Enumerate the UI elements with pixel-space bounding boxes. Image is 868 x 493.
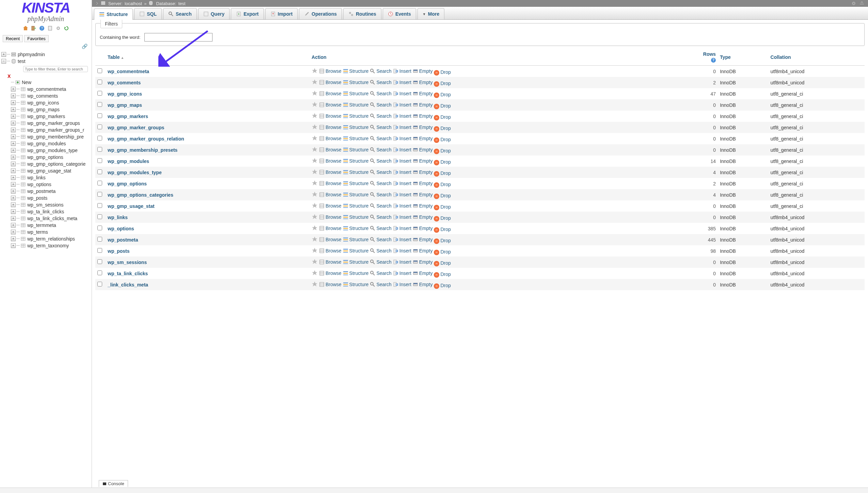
insert-action[interactable]: Insert (393, 203, 411, 209)
collapse-panel-icon[interactable] (859, 1, 865, 6)
tree-table-label[interactable]: wp_commentmeta (27, 86, 66, 92)
star-icon[interactable] (312, 81, 318, 86)
row-checkbox[interactable] (97, 136, 102, 141)
empty-action[interactable]: Empty (413, 237, 433, 242)
insert-action[interactable]: Insert (393, 113, 411, 119)
browse-action[interactable]: Browse (319, 214, 342, 220)
drop-action[interactable]: −Drop (434, 215, 451, 221)
expand-toggle[interactable]: + (11, 236, 16, 241)
expand-toggle[interactable]: + (11, 100, 16, 105)
drop-action[interactable]: −Drop (434, 103, 451, 109)
tree-table-label[interactable]: wp_gmp_membership_pre (27, 134, 84, 139)
star-icon[interactable] (312, 126, 318, 131)
drop-action[interactable]: −Drop (434, 238, 451, 243)
search-action[interactable]: Search (370, 259, 391, 265)
search-action[interactable]: Search (370, 102, 391, 108)
insert-action[interactable]: Insert (393, 102, 411, 108)
tree-root-label[interactable]: phpmyadmin (18, 52, 45, 57)
row-checkbox[interactable] (97, 80, 102, 84)
tree-table-label[interactable]: wp_posts (27, 195, 47, 201)
drop-action[interactable]: −Drop (434, 182, 451, 187)
table-name-link[interactable]: wp_gmp_marker_groups (108, 125, 164, 130)
drop-action[interactable]: −Drop (434, 126, 451, 131)
row-checkbox[interactable] (97, 282, 102, 286)
structure-action[interactable]: Structure (343, 270, 369, 276)
home-icon[interactable] (22, 26, 29, 32)
drop-action[interactable]: −Drop (434, 159, 451, 165)
structure-action[interactable]: Structure (343, 113, 369, 119)
row-checkbox[interactable] (97, 91, 102, 96)
expand-toggle[interactable]: + (11, 114, 16, 119)
expand-toggle[interactable]: + (11, 128, 16, 132)
search-action[interactable]: Search (370, 237, 391, 242)
tree-table-label[interactable]: wp_options (27, 182, 51, 187)
browse-action[interactable]: Browse (319, 181, 342, 186)
row-checkbox[interactable] (97, 248, 102, 253)
expand-toggle[interactable]: + (11, 141, 16, 146)
insert-action[interactable]: Insert (393, 248, 411, 253)
empty-action[interactable]: Empty (413, 169, 433, 175)
expand-toggle[interactable]: + (11, 107, 16, 112)
tab-import[interactable]: Import (265, 8, 298, 19)
insert-action[interactable]: Insert (393, 169, 411, 175)
browse-action[interactable]: Browse (319, 237, 342, 242)
row-checkbox[interactable] (97, 102, 102, 107)
table-name-link[interactable]: wp_gmp_options_categories (108, 192, 173, 198)
expand-toggle[interactable]: + (11, 230, 16, 234)
col-type[interactable]: Type (718, 49, 768, 66)
drop-action[interactable]: −Drop (434, 227, 451, 232)
structure-action[interactable]: Structure (343, 169, 369, 175)
browse-action[interactable]: Browse (319, 169, 342, 175)
drop-action[interactable]: −Drop (434, 137, 451, 142)
structure-action[interactable]: Structure (343, 214, 369, 220)
expand-toggle[interactable]: + (11, 216, 16, 221)
search-action[interactable]: Search (370, 214, 391, 220)
tree-table-label[interactable]: wp_term_taxonomy (27, 243, 69, 248)
empty-action[interactable]: Empty (413, 80, 433, 85)
empty-action[interactable]: Empty (413, 192, 433, 197)
structure-action[interactable]: Structure (343, 259, 369, 265)
search-action[interactable]: Search (370, 125, 391, 130)
tree-table-label[interactable]: wp_gmp_marker_groups (27, 120, 80, 126)
insert-action[interactable]: Insert (393, 214, 411, 220)
tree-table-label[interactable]: wp_gmp_options (27, 154, 63, 160)
table-name-link[interactable]: wp_gmp_markers (108, 114, 148, 119)
tree-db-label[interactable]: test (18, 59, 26, 64)
tree-table-label[interactable]: wp_ta_link_clicks (27, 209, 64, 214)
structure-action[interactable]: Structure (343, 80, 369, 85)
row-checkbox[interactable] (97, 169, 102, 174)
insert-action[interactable]: Insert (393, 259, 411, 265)
star-icon[interactable] (312, 182, 318, 187)
search-action[interactable]: Search (370, 91, 391, 96)
star-icon[interactable] (312, 92, 318, 97)
expand-toggle[interactable]: + (11, 189, 16, 194)
browse-action[interactable]: Browse (319, 259, 342, 265)
table-name-link[interactable]: wp_gmp_modules (108, 159, 149, 164)
expand-toggle[interactable]: + (11, 134, 16, 139)
tab-structure[interactable]: Structure (94, 9, 133, 20)
star-icon[interactable] (312, 103, 318, 109)
table-name-link[interactable]: wp_commentmeta (108, 69, 149, 74)
star-icon[interactable] (312, 260, 318, 266)
empty-action[interactable]: Empty (413, 282, 433, 287)
table-name-link[interactable]: wp_gmp_membership_presets (108, 147, 177, 153)
drop-action[interactable]: −Drop (434, 260, 451, 266)
expand-toggle[interactable]: + (11, 202, 16, 207)
filter-clear-icon[interactable]: X (6, 73, 11, 79)
tree-table-label[interactable]: wp_postmeta (27, 188, 56, 194)
browse-action[interactable]: Browse (319, 282, 342, 287)
search-action[interactable]: Search (370, 192, 391, 197)
star-icon[interactable] (312, 238, 318, 243)
browse-action[interactable]: Browse (319, 270, 342, 276)
tab-query[interactable]: Query (198, 8, 230, 19)
search-action[interactable]: Search (370, 248, 391, 253)
structure-action[interactable]: Structure (343, 192, 369, 197)
empty-action[interactable]: Empty (413, 181, 433, 186)
row-checkbox[interactable] (97, 147, 102, 152)
structure-action[interactable]: Structure (343, 158, 369, 164)
drop-action[interactable]: −Drop (434, 204, 451, 210)
drop-action[interactable]: −Drop (434, 272, 451, 277)
table-name-link[interactable]: wp_gmp_marker_groups_relation (108, 136, 184, 142)
empty-action[interactable]: Empty (413, 214, 433, 220)
expand-toggle[interactable]: + (11, 209, 16, 214)
